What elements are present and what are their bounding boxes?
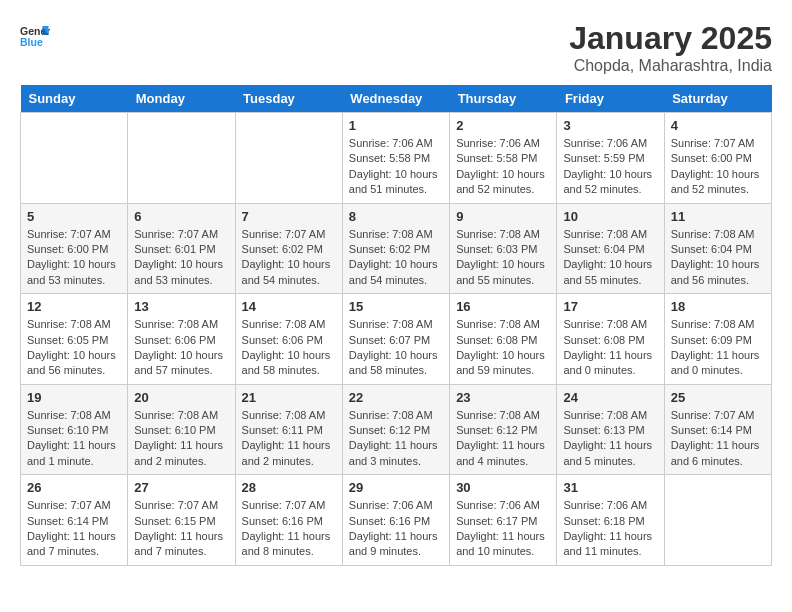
svg-text:Blue: Blue (20, 36, 43, 48)
header-cell-wednesday: Wednesday (342, 85, 449, 113)
day-info: Sunrise: 7:08 AM Sunset: 6:09 PM Dayligh… (671, 317, 765, 379)
day-info: Sunrise: 7:06 AM Sunset: 6:18 PM Dayligh… (563, 498, 657, 560)
day-number: 10 (563, 209, 657, 224)
day-info: Sunrise: 7:06 AM Sunset: 6:16 PM Dayligh… (349, 498, 443, 560)
day-cell: 19Sunrise: 7:08 AM Sunset: 6:10 PM Dayli… (21, 384, 128, 475)
day-number: 16 (456, 299, 550, 314)
day-cell: 29Sunrise: 7:06 AM Sunset: 6:16 PM Dayli… (342, 475, 449, 566)
day-number: 13 (134, 299, 228, 314)
title-block: January 2025 Chopda, Maharashtra, India (569, 20, 772, 75)
day-cell: 28Sunrise: 7:07 AM Sunset: 6:16 PM Dayli… (235, 475, 342, 566)
day-cell: 21Sunrise: 7:08 AM Sunset: 6:11 PM Dayli… (235, 384, 342, 475)
day-number: 1 (349, 118, 443, 133)
day-info: Sunrise: 7:08 AM Sunset: 6:08 PM Dayligh… (563, 317, 657, 379)
day-number: 30 (456, 480, 550, 495)
day-info: Sunrise: 7:08 AM Sunset: 6:13 PM Dayligh… (563, 408, 657, 470)
day-info: Sunrise: 7:06 AM Sunset: 5:58 PM Dayligh… (456, 136, 550, 198)
day-number: 6 (134, 209, 228, 224)
day-info: Sunrise: 7:08 AM Sunset: 6:03 PM Dayligh… (456, 227, 550, 289)
day-info: Sunrise: 7:08 AM Sunset: 6:12 PM Dayligh… (456, 408, 550, 470)
day-info: Sunrise: 7:08 AM Sunset: 6:11 PM Dayligh… (242, 408, 336, 470)
header-cell-tuesday: Tuesday (235, 85, 342, 113)
day-info: Sunrise: 7:08 AM Sunset: 6:10 PM Dayligh… (134, 408, 228, 470)
day-cell: 16Sunrise: 7:08 AM Sunset: 6:08 PM Dayli… (450, 294, 557, 385)
day-number: 20 (134, 390, 228, 405)
day-info: Sunrise: 7:07 AM Sunset: 6:15 PM Dayligh… (134, 498, 228, 560)
day-number: 4 (671, 118, 765, 133)
day-cell: 15Sunrise: 7:08 AM Sunset: 6:07 PM Dayli… (342, 294, 449, 385)
day-number: 7 (242, 209, 336, 224)
day-info: Sunrise: 7:08 AM Sunset: 6:05 PM Dayligh… (27, 317, 121, 379)
day-number: 3 (563, 118, 657, 133)
day-cell (128, 113, 235, 204)
day-cell: 23Sunrise: 7:08 AM Sunset: 6:12 PM Dayli… (450, 384, 557, 475)
day-number: 23 (456, 390, 550, 405)
calendar-body: 1Sunrise: 7:06 AM Sunset: 5:58 PM Daylig… (21, 113, 772, 566)
day-info: Sunrise: 7:08 AM Sunset: 6:04 PM Dayligh… (563, 227, 657, 289)
day-cell: 11Sunrise: 7:08 AM Sunset: 6:04 PM Dayli… (664, 203, 771, 294)
day-number: 17 (563, 299, 657, 314)
logo: General Blue (20, 20, 50, 50)
day-info: Sunrise: 7:06 AM Sunset: 6:17 PM Dayligh… (456, 498, 550, 560)
day-number: 25 (671, 390, 765, 405)
day-info: Sunrise: 7:06 AM Sunset: 5:59 PM Dayligh… (563, 136, 657, 198)
header-cell-saturday: Saturday (664, 85, 771, 113)
day-cell (235, 113, 342, 204)
day-info: Sunrise: 7:08 AM Sunset: 6:12 PM Dayligh… (349, 408, 443, 470)
day-cell: 12Sunrise: 7:08 AM Sunset: 6:05 PM Dayli… (21, 294, 128, 385)
day-cell: 8Sunrise: 7:08 AM Sunset: 6:02 PM Daylig… (342, 203, 449, 294)
day-info: Sunrise: 7:07 AM Sunset: 6:16 PM Dayligh… (242, 498, 336, 560)
day-info: Sunrise: 7:08 AM Sunset: 6:06 PM Dayligh… (242, 317, 336, 379)
day-info: Sunrise: 7:06 AM Sunset: 5:58 PM Dayligh… (349, 136, 443, 198)
header-cell-monday: Monday (128, 85, 235, 113)
day-cell: 30Sunrise: 7:06 AM Sunset: 6:17 PM Dayli… (450, 475, 557, 566)
day-number: 15 (349, 299, 443, 314)
day-info: Sunrise: 7:08 AM Sunset: 6:08 PM Dayligh… (456, 317, 550, 379)
calendar-header: SundayMondayTuesdayWednesdayThursdayFrid… (21, 85, 772, 113)
day-cell: 14Sunrise: 7:08 AM Sunset: 6:06 PM Dayli… (235, 294, 342, 385)
day-cell: 20Sunrise: 7:08 AM Sunset: 6:10 PM Dayli… (128, 384, 235, 475)
day-cell: 17Sunrise: 7:08 AM Sunset: 6:08 PM Dayli… (557, 294, 664, 385)
week-row-1: 1Sunrise: 7:06 AM Sunset: 5:58 PM Daylig… (21, 113, 772, 204)
day-info: Sunrise: 7:07 AM Sunset: 6:14 PM Dayligh… (27, 498, 121, 560)
day-cell: 22Sunrise: 7:08 AM Sunset: 6:12 PM Dayli… (342, 384, 449, 475)
day-cell: 24Sunrise: 7:08 AM Sunset: 6:13 PM Dayli… (557, 384, 664, 475)
week-row-2: 5Sunrise: 7:07 AM Sunset: 6:00 PM Daylig… (21, 203, 772, 294)
header-row: SundayMondayTuesdayWednesdayThursdayFrid… (21, 85, 772, 113)
day-number: 27 (134, 480, 228, 495)
location-title: Chopda, Maharashtra, India (569, 57, 772, 75)
day-cell: 31Sunrise: 7:06 AM Sunset: 6:18 PM Dayli… (557, 475, 664, 566)
day-cell: 26Sunrise: 7:07 AM Sunset: 6:14 PM Dayli… (21, 475, 128, 566)
day-number: 18 (671, 299, 765, 314)
day-cell: 9Sunrise: 7:08 AM Sunset: 6:03 PM Daylig… (450, 203, 557, 294)
day-number: 28 (242, 480, 336, 495)
day-info: Sunrise: 7:07 AM Sunset: 6:00 PM Dayligh… (671, 136, 765, 198)
day-info: Sunrise: 7:07 AM Sunset: 6:02 PM Dayligh… (242, 227, 336, 289)
day-info: Sunrise: 7:08 AM Sunset: 6:06 PM Dayligh… (134, 317, 228, 379)
day-info: Sunrise: 7:08 AM Sunset: 6:10 PM Dayligh… (27, 408, 121, 470)
day-number: 12 (27, 299, 121, 314)
logo-icon: General Blue (20, 20, 50, 50)
day-cell (21, 113, 128, 204)
header-cell-friday: Friday (557, 85, 664, 113)
day-number: 19 (27, 390, 121, 405)
day-cell: 6Sunrise: 7:07 AM Sunset: 6:01 PM Daylig… (128, 203, 235, 294)
day-number: 5 (27, 209, 121, 224)
day-number: 26 (27, 480, 121, 495)
day-number: 8 (349, 209, 443, 224)
day-info: Sunrise: 7:07 AM Sunset: 6:14 PM Dayligh… (671, 408, 765, 470)
day-info: Sunrise: 7:07 AM Sunset: 6:01 PM Dayligh… (134, 227, 228, 289)
day-cell: 25Sunrise: 7:07 AM Sunset: 6:14 PM Dayli… (664, 384, 771, 475)
day-number: 21 (242, 390, 336, 405)
day-info: Sunrise: 7:08 AM Sunset: 6:04 PM Dayligh… (671, 227, 765, 289)
day-number: 24 (563, 390, 657, 405)
header-cell-thursday: Thursday (450, 85, 557, 113)
day-cell: 7Sunrise: 7:07 AM Sunset: 6:02 PM Daylig… (235, 203, 342, 294)
day-cell: 1Sunrise: 7:06 AM Sunset: 5:58 PM Daylig… (342, 113, 449, 204)
day-number: 14 (242, 299, 336, 314)
day-cell: 5Sunrise: 7:07 AM Sunset: 6:00 PM Daylig… (21, 203, 128, 294)
month-title: January 2025 (569, 20, 772, 57)
day-cell: 4Sunrise: 7:07 AM Sunset: 6:00 PM Daylig… (664, 113, 771, 204)
day-cell: 13Sunrise: 7:08 AM Sunset: 6:06 PM Dayli… (128, 294, 235, 385)
day-number: 11 (671, 209, 765, 224)
